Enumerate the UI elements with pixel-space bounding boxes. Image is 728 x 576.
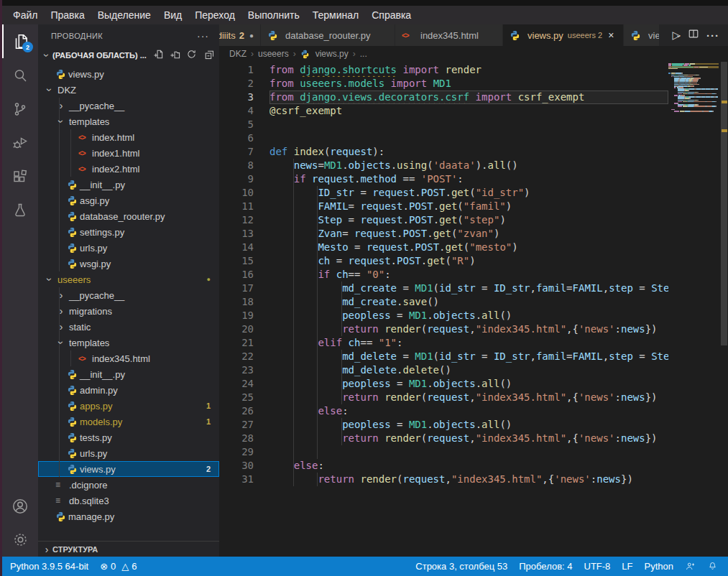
tree-item-templates[interactable]: ›templates bbox=[38, 335, 219, 350]
tree-item-.dcignore[interactable]: ≡.dcignore bbox=[38, 477, 219, 493]
tree-item-index1.html[interactable]: <>index1.html bbox=[38, 145, 219, 161]
code-line-31[interactable]: 31 return render(request,"index345.html"… bbox=[219, 473, 668, 486]
workspace-section-header[interactable]: › (РАБОЧАЯ ОБЛАСТЬ) ... bbox=[38, 47, 219, 63]
tree-item-admin.py[interactable]: admin.py bbox=[38, 382, 219, 398]
tree-item-__init__.py[interactable]: __init__.py bbox=[38, 177, 219, 192]
code-line-27[interactable]: 27 peopless = MD1.objects.all() bbox=[219, 418, 668, 432]
settings-icon[interactable] bbox=[2, 523, 38, 557]
code-line-11[interactable]: 11 FAMIL= request.POST.get("famil") bbox=[219, 200, 668, 213]
tree-item-index345.html[interactable]: <>index345.html bbox=[38, 350, 219, 366]
collapse-all-icon[interactable] bbox=[203, 49, 213, 62]
code-editor[interactable]: 1from django.shortcuts import render2fro… bbox=[219, 62, 728, 557]
modified-dot-icon[interactable]: ● bbox=[249, 32, 254, 40]
code-line-12[interactable]: 12 Step = request.POST.get("step") bbox=[219, 213, 668, 227]
refresh-icon[interactable] bbox=[186, 49, 197, 62]
tree-item-migrations[interactable]: ›migrations bbox=[38, 303, 219, 319]
breadcrumb-item[interactable]: ... bbox=[360, 49, 367, 59]
breadcrumb-item[interactable]: views.py bbox=[315, 49, 349, 59]
code-line-3[interactable]: 3from django.views.decorators.csrf impor… bbox=[219, 90, 668, 104]
vertical-scrollbar[interactable] bbox=[720, 62, 728, 557]
menu-item-5[interactable]: Переход bbox=[188, 6, 241, 24]
tab-diiits[interactable]: diiits2● bbox=[219, 24, 261, 46]
cursor-position-status[interactable]: Строка 3, столбец 53 bbox=[415, 561, 507, 572]
breadcrumb-item[interactable]: useeers bbox=[258, 49, 289, 59]
account-icon[interactable] bbox=[2, 489, 38, 523]
tree-item-static[interactable]: ›static bbox=[38, 319, 219, 335]
code-line-1[interactable]: 1from django.shortcuts import render bbox=[219, 63, 668, 77]
tree-item-apps.py[interactable]: apps.py1 bbox=[38, 398, 219, 414]
extensions-icon[interactable] bbox=[2, 159, 38, 193]
menu-item-2[interactable]: Правка bbox=[44, 6, 91, 24]
python-interpreter-status[interactable]: Python 3.9.5 64-bit bbox=[10, 561, 88, 572]
search-icon[interactable] bbox=[2, 58, 38, 92]
notifications-bell-icon[interactable] bbox=[707, 561, 718, 572]
code-line-29[interactable]: 29 bbox=[219, 445, 668, 459]
tree-item-manage.py[interactable]: manage.py bbox=[38, 508, 219, 524]
feedback-icon[interactable] bbox=[685, 561, 696, 572]
tree-item-templates[interactable]: ›templates bbox=[38, 113, 219, 129]
code-line-8[interactable]: 8 news=MD1.objects.using('daata').all() bbox=[219, 159, 668, 172]
split-editor-button[interactable] bbox=[688, 28, 699, 42]
tab-database_roouter.py[interactable]: database_roouter.py bbox=[261, 24, 395, 46]
tree-item-settings.py[interactable]: settings.py bbox=[38, 224, 219, 240]
tree-item-views.py[interactable]: views.py bbox=[38, 66, 219, 82]
code-line-18[interactable]: 18 md_create.save() bbox=[219, 295, 668, 309]
code-line-5[interactable]: 5 bbox=[219, 118, 668, 131]
close-icon[interactable]: × bbox=[608, 29, 614, 41]
code-line-20[interactable]: 20 return render(request,"index345.html"… bbox=[219, 322, 668, 336]
code-line-7[interactable]: 7def index(request): bbox=[219, 145, 668, 159]
code-line-17[interactable]: 17 md_create = MD1(id_str = ID_str,famil… bbox=[219, 282, 668, 295]
code-line-19[interactable]: 19 peopless = MD1.objects.all() bbox=[219, 309, 668, 322]
outline-section-header[interactable]: › СТРУКТУРА bbox=[38, 541, 219, 557]
tree-item-index2.html[interactable]: <>index2.html bbox=[38, 161, 219, 177]
tree-item-__pycache__[interactable]: ›__pycache__ bbox=[38, 98, 219, 113]
code-line-21[interactable]: 21 elif ch== "1": bbox=[219, 336, 668, 350]
new-file-icon[interactable] bbox=[153, 49, 164, 62]
code-line-30[interactable]: 30 else: bbox=[219, 459, 668, 473]
tree-item-tests.py[interactable]: tests.py bbox=[38, 429, 219, 445]
menu-item-3[interactable]: Выделение bbox=[91, 6, 157, 24]
new-folder-icon[interactable] bbox=[170, 49, 180, 62]
tree-item-useeers[interactable]: ›useeers● bbox=[38, 271, 219, 287]
menu-item-7[interactable]: Терминал bbox=[306, 6, 365, 24]
menu-item-1[interactable]: Файл bbox=[6, 6, 44, 24]
testing-icon[interactable] bbox=[2, 193, 38, 227]
menu-item-4[interactable]: Вид bbox=[157, 6, 188, 24]
tab-vie[interactable]: vie bbox=[624, 24, 660, 46]
scrollbar-thumb[interactable] bbox=[721, 62, 727, 345]
menu-item-8[interactable]: Справка bbox=[365, 6, 418, 24]
tab-index345.html[interactable]: <>index345.html bbox=[395, 24, 503, 46]
sidebar-more-actions-icon[interactable]: ··· bbox=[197, 30, 209, 42]
code-line-9[interactable]: 9 if request.method == 'POST': bbox=[219, 172, 668, 186]
tree-item-database_roouter.py[interactable]: database_roouter.py bbox=[38, 208, 219, 224]
explorer-icon[interactable]: 2 bbox=[2, 24, 38, 58]
problems-status[interactable]: ⊗0 △6 bbox=[100, 561, 137, 572]
encoding-status[interactable]: UTF-8 bbox=[584, 561, 611, 572]
language-mode-status[interactable]: Python bbox=[645, 561, 673, 572]
code-line-4[interactable]: 4@csrf_exempt bbox=[219, 104, 668, 118]
code-line-10[interactable]: 10 ID_str = request.POST.get("id_str") bbox=[219, 186, 668, 200]
code-line-6[interactable]: 6 bbox=[219, 131, 668, 145]
tree-item-models.py[interactable]: models.py1 bbox=[38, 414, 219, 429]
code-line-14[interactable]: 14 Mesto = request.POST.get("mesto") bbox=[219, 241, 668, 254]
indentation-status[interactable]: Пробелов: 4 bbox=[519, 561, 572, 572]
tree-item-db.sqlite3[interactable]: ≡db.sqlite3 bbox=[38, 493, 219, 508]
tree-item-urls.py[interactable]: urls.py bbox=[38, 240, 219, 256]
breadcrumb-item[interactable]: DKZ bbox=[229, 49, 246, 59]
tree-item-asgi.py[interactable]: asgi.py bbox=[38, 192, 219, 208]
code-line-23[interactable]: 23 md_delete.delete() bbox=[219, 363, 668, 377]
source-control-icon[interactable] bbox=[2, 92, 38, 126]
tree-item-__init__.py[interactable]: __init__.py bbox=[38, 366, 219, 382]
code-line-15[interactable]: 15 ch = request.POST.get("R") bbox=[219, 254, 668, 268]
code-line-26[interactable]: 26 else: bbox=[219, 404, 668, 418]
code-line-25[interactable]: 25 return render(request,"index345.html"… bbox=[219, 391, 668, 404]
code-line-28[interactable]: 28 return render(request,"index345.html"… bbox=[219, 432, 668, 445]
tree-item-wsgi.py[interactable]: wsgi.py bbox=[38, 256, 219, 271]
code-line-24[interactable]: 24 peopless = MD1.objects.all() bbox=[219, 377, 668, 391]
editor-more-actions-icon[interactable]: ··· bbox=[706, 29, 719, 42]
tree-item-index.html[interactable]: <>index.html bbox=[38, 129, 219, 145]
eol-status[interactable]: LF bbox=[622, 561, 632, 572]
run-python-button[interactable]: ▷› bbox=[672, 29, 681, 42]
menu-item-6[interactable]: Выполнить bbox=[241, 6, 306, 24]
tab-views.py[interactable]: views.pyuseeers 2× bbox=[503, 24, 624, 46]
